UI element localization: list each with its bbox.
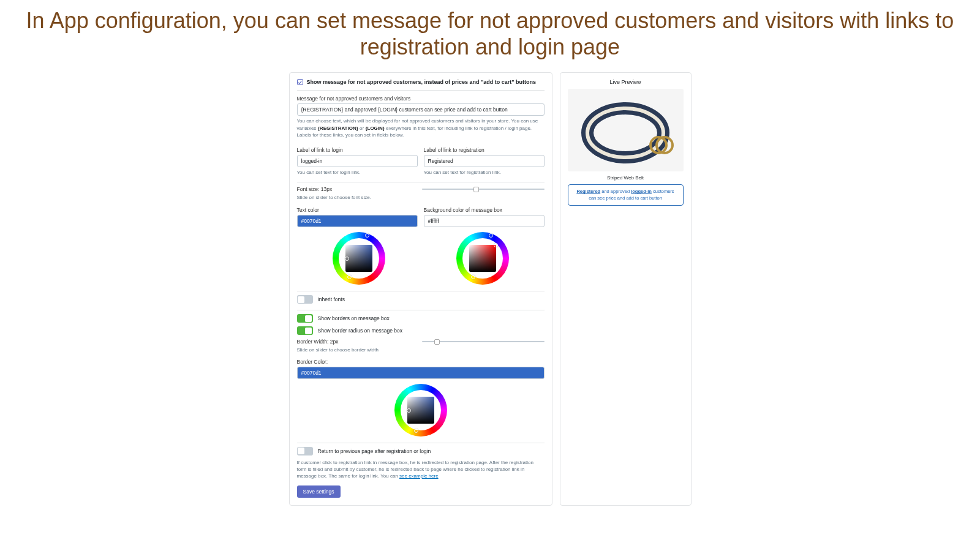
login-link-label: Label of link to login	[297, 147, 418, 153]
show-border-radius-toggle[interactable]	[297, 326, 313, 335]
registration-link-input[interactable]	[424, 155, 545, 167]
inherit-fonts-toggle[interactable]	[297, 295, 313, 304]
login-link-input[interactable]	[297, 155, 418, 167]
border-color-input[interactable]	[297, 367, 545, 379]
show-message-checkbox[interactable]	[297, 79, 303, 85]
live-preview-panel: Live Preview Striped Web Belt Registered…	[560, 72, 692, 506]
font-size-help: Slide on slider to choose font size.	[297, 194, 416, 201]
inherit-fonts-label: Inherit fonts	[318, 296, 345, 302]
return-previous-help: If customer click to registration link i…	[297, 459, 545, 480]
message-textarea[interactable]	[297, 103, 545, 116]
preview-message-box: Registered and approved logged-in custom…	[568, 184, 684, 206]
return-previous-toggle[interactable]	[297, 447, 313, 455]
font-size-label: Font size: 13px	[297, 186, 416, 192]
font-size-slider[interactable]	[422, 186, 545, 192]
show-borders-toggle[interactable]	[297, 314, 313, 323]
bg-color-input[interactable]	[424, 215, 545, 227]
show-border-radius-label: Show border radius on message box	[318, 328, 402, 334]
save-settings-button[interactable]: Save settings	[297, 485, 341, 498]
config-panel: Show message for not approved customers,…	[289, 72, 552, 506]
text-color-picker[interactable]	[333, 232, 385, 285]
preview-login-link[interactable]: logged-in	[631, 189, 652, 194]
main-layout: Show message for not approved customers,…	[0, 72, 980, 518]
check-icon	[298, 80, 302, 84]
preview-product-image	[568, 89, 684, 171]
login-link-help: You can set text for login link.	[297, 169, 418, 176]
page-heading: In App configuration, you can set messag…	[0, 0, 980, 72]
preview-title: Live Preview	[568, 79, 684, 85]
preview-registration-link[interactable]: Registered	[576, 189, 600, 194]
show-borders-label: Show borders on message box	[318, 315, 390, 321]
message-field-label: Message for not approved customers and v…	[297, 96, 545, 102]
border-width-slider[interactable]	[422, 339, 545, 345]
divider	[297, 182, 545, 182]
border-color-label: Border Color:	[297, 359, 545, 365]
border-color-picker[interactable]	[394, 384, 447, 437]
preview-product-name: Striped Web Belt	[568, 175, 684, 181]
registration-link-label: Label of link to registration	[424, 147, 545, 153]
text-color-label: Text color	[297, 207, 418, 213]
registration-link-help: You can set text for registration link.	[424, 169, 545, 176]
text-color-input[interactable]	[297, 215, 418, 227]
bg-color-picker[interactable]	[456, 232, 509, 285]
see-example-link[interactable]: see example here	[399, 473, 439, 479]
border-width-help: Slide on slider to choose border width	[297, 347, 416, 353]
belt-icon	[570, 94, 680, 167]
return-previous-label: Return to previous page after registrati…	[318, 448, 431, 454]
show-message-label: Show message for not approved customers,…	[307, 79, 537, 85]
message-help: You can choose text, which will be displ…	[297, 118, 545, 138]
border-width-label: Border Width: 2px	[297, 339, 416, 345]
bg-color-label: Background color of message box	[424, 207, 545, 213]
show-message-toggle-row: Show message for not approved customers,…	[297, 79, 545, 91]
